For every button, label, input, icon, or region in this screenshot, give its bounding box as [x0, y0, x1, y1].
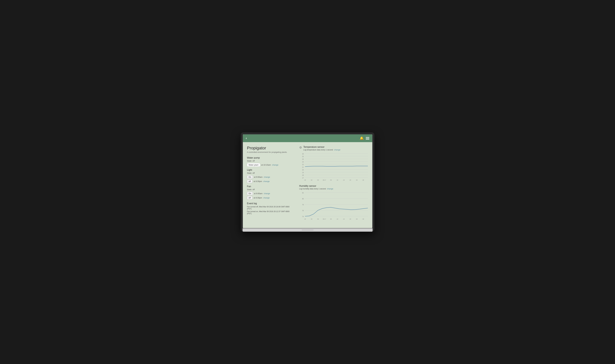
- fan-title: Fan: [247, 185, 294, 188]
- humidity-sensor-title: Humidity sensor: [299, 185, 368, 187]
- light-off-row: off at 8:30pm change: [247, 180, 294, 183]
- svg-text::55: :55: [317, 179, 319, 181]
- svg-text:26: 26: [302, 153, 304, 155]
- temp-sensor-subtitle: Log temperature data every 1 second chan…: [303, 149, 340, 151]
- event-log-entry-2: Fan turned on, Wed Mar 09 2016 20:12:37 …: [247, 210, 294, 215]
- svg-text::45: :45: [304, 179, 306, 181]
- svg-text:08:17: 08:17: [323, 218, 326, 220]
- water-pump-state: State: off: [247, 160, 294, 162]
- topbar: ‹ 🔔: [243, 134, 372, 142]
- fan-off-button[interactable]: off: [247, 196, 252, 199]
- light-state: State: off: [247, 172, 294, 174]
- light-on-change-link[interactable]: change: [264, 176, 270, 178]
- fan-on-row: On at 9:00am change: [247, 192, 294, 195]
- svg-text::30: :30: [362, 179, 364, 181]
- svg-text::10: :10: [336, 218, 338, 220]
- topbar-right: 🔔: [360, 136, 369, 140]
- svg-text:76: 76: [302, 210, 304, 211]
- svg-text::30: :30: [362, 218, 364, 220]
- svg-text:24: 24: [302, 158, 304, 160]
- humidity-chart: 82 80 78 76 74: [299, 191, 368, 221]
- water-pump-time: at 10:15am: [261, 164, 271, 166]
- humidity-chart-svg: 82 80 78 76 74: [299, 191, 368, 221]
- water-pump-title: Water pump: [247, 156, 294, 159]
- svg-text::05: :05: [330, 218, 332, 220]
- topbar-left: ‹: [246, 136, 247, 140]
- left-panel: Propigator A controlled environment for …: [247, 146, 294, 224]
- fan-section: Fan State: off On at 9:00am change off a…: [247, 185, 294, 199]
- fan-on-time: at 9:00am: [254, 192, 263, 195]
- light-on-button[interactable]: On: [247, 175, 253, 179]
- water-pump-schedule-row: Water plant at 10:15am change: [247, 163, 294, 167]
- temp-gear-icon[interactable]: ⚙: [299, 146, 302, 149]
- svg-text:20: 20: [302, 169, 304, 171]
- svg-text::25: :25: [356, 218, 357, 220]
- svg-text:78: 78: [302, 204, 304, 206]
- light-off-button[interactable]: off: [247, 180, 252, 183]
- event-log-title: Event log: [247, 202, 294, 205]
- svg-text::05: :05: [330, 179, 332, 181]
- temp-sensor-title: Temperature sensor: [303, 146, 340, 148]
- bell-icon[interactable]: 🔔: [360, 136, 364, 140]
- svg-text::25: :25: [356, 179, 357, 181]
- menu-button[interactable]: [366, 137, 369, 140]
- fan-off-row: off at 8:30pm change: [247, 196, 294, 199]
- svg-text:08:17: 08:17: [323, 179, 326, 181]
- svg-text:23: 23: [302, 161, 304, 163]
- event-log-section: Event log Fan turned off, Wed Mar 09 201…: [247, 202, 294, 215]
- light-on-row: On at 9:00am change: [247, 175, 294, 179]
- svg-text::20: :20: [349, 179, 351, 181]
- temperature-chart: 26 25 24 23 22 21 20 19 18 17: [299, 152, 368, 182]
- back-button[interactable]: ‹: [246, 136, 247, 140]
- light-off-change-link[interactable]: change: [263, 180, 270, 182]
- svg-text::50: :50: [310, 179, 312, 181]
- svg-text:74: 74: [302, 216, 304, 217]
- humidity-sensor-subtitle: Log humidity data every 1 second change: [299, 188, 368, 190]
- fan-on-change-link[interactable]: change: [264, 192, 270, 195]
- svg-text::50: :50: [310, 218, 312, 220]
- page-title: Propigator: [247, 146, 294, 150]
- light-section: Light State: off On at 9:00am change off…: [247, 169, 294, 183]
- temperature-sensor-section: ⚙ Temperature sensor Log temperature dat…: [299, 146, 368, 182]
- right-panel: ⚙ Temperature sensor Log temperature dat…: [299, 146, 368, 224]
- temp-change-link[interactable]: change: [334, 149, 340, 151]
- fan-off-change-link[interactable]: change: [263, 197, 270, 199]
- light-off-time: at 8:30pm: [253, 180, 262, 182]
- trackpad-notch: [302, 230, 313, 230]
- page-subtitle: A controlled environment for propigating…: [247, 151, 294, 153]
- screen: ‹ 🔔 Propigator A controlled environment …: [243, 134, 373, 228]
- svg-text:21: 21: [302, 167, 304, 168]
- laptop-bottom: [243, 228, 373, 232]
- svg-text::55: :55: [317, 218, 319, 220]
- svg-text::10: :10: [336, 179, 338, 181]
- svg-text::15: :15: [343, 179, 345, 181]
- laptop-frame: ‹ 🔔 Propigator A controlled environment …: [241, 132, 374, 232]
- svg-text:25: 25: [302, 156, 304, 157]
- main-content: Propigator A controlled environment for …: [243, 142, 372, 228]
- svg-text::45: :45: [304, 218, 306, 220]
- humidity-change-link[interactable]: change: [327, 188, 333, 190]
- svg-text:17: 17: [302, 177, 304, 179]
- temp-chart-svg: 26 25 24 23 22 21 20 19 18 17: [299, 152, 368, 182]
- fan-state: State: off: [247, 188, 294, 191]
- water-pump-section: Water pump State: off Water plant at 10:…: [247, 156, 294, 167]
- fan-on-button[interactable]: On: [247, 192, 253, 195]
- svg-text:18: 18: [302, 174, 304, 176]
- svg-text:19: 19: [302, 172, 304, 173]
- temp-sensor-info: Temperature sensor Log temperature data …: [303, 146, 340, 152]
- svg-text::15: :15: [343, 218, 345, 220]
- temp-sensor-header: ⚙ Temperature sensor Log temperature dat…: [299, 146, 368, 152]
- water-plant-button[interactable]: Water plant: [247, 163, 260, 167]
- svg-text:22: 22: [302, 164, 304, 165]
- light-on-time: at 9:00am: [254, 176, 263, 178]
- light-title: Light: [247, 169, 294, 171]
- humidity-sensor-section: Humidity sensor Log humidity data every …: [299, 185, 368, 221]
- event-log-entry-1: Fan turned off, Wed Mar 09 2016 20:16:06…: [247, 206, 294, 210]
- water-pump-change-link[interactable]: change: [272, 164, 279, 166]
- svg-text:80: 80: [302, 198, 304, 200]
- svg-text:82: 82: [302, 192, 304, 194]
- fan-off-time: at 8:30pm: [253, 197, 262, 199]
- svg-text::20: :20: [349, 218, 351, 220]
